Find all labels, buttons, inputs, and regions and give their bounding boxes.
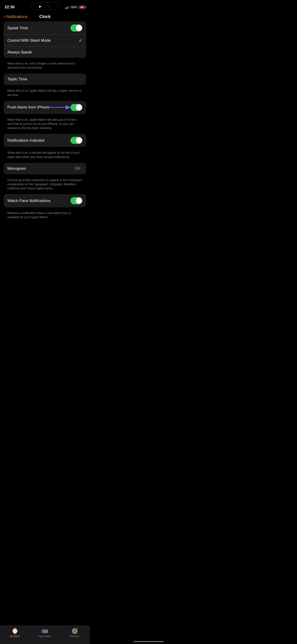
push-alerts-helper: When this is on, Apple Watch will alert … bbox=[4, 116, 86, 134]
notifications-indicator-group: Notifications Indicator bbox=[4, 134, 86, 147]
status-bar: 22:36 ▶ WiFi 18 bbox=[0, 0, 90, 12]
watch-face-notifications-row: Watch Face Notifications bbox=[4, 194, 86, 207]
notifications-indicator-row: Notifications Indicator bbox=[4, 134, 86, 147]
monogram-row[interactable]: Monogram SR › bbox=[4, 163, 86, 174]
camera-dot bbox=[48, 5, 51, 7]
watch-face-notifications-toggle[interactable] bbox=[70, 197, 82, 204]
status-icons: WiFi 18 bbox=[66, 5, 85, 9]
monogram-helper: Choose up to five characters to appear i… bbox=[4, 176, 86, 194]
status-time: 22:36 bbox=[4, 5, 14, 10]
always-speak-row[interactable]: Always Speak bbox=[4, 46, 86, 58]
speak-time-label: Speak Time bbox=[7, 26, 28, 30]
taptic-time-label: Taptic Time bbox=[7, 77, 27, 82]
monogram-label: Monogram bbox=[7, 166, 26, 171]
signal-bar-3 bbox=[68, 6, 68, 9]
signal-bar-1 bbox=[66, 8, 66, 9]
control-silent-checkmark: ✓ bbox=[78, 38, 82, 43]
signal-bars bbox=[66, 6, 70, 9]
push-alerts-row: Push Alerts from iPhone bbox=[4, 101, 86, 114]
push-alerts-group: Push Alerts from iPhone bbox=[4, 101, 86, 114]
signal-bar-4 bbox=[69, 6, 70, 9]
nav-back-button[interactable]: ‹ Notifications bbox=[4, 14, 28, 19]
speak-time-group: Speak Time Control With Silent Mode ✓ Al… bbox=[4, 22, 86, 58]
watch-face-notifications-label: Watch Face Notifications bbox=[7, 198, 50, 203]
battery-level: 18 bbox=[80, 6, 84, 8]
notifications-indicator-helper: When this is on, a red dot will appear a… bbox=[4, 149, 86, 162]
control-silent-mode-row[interactable]: Control With Silent Mode ✓ bbox=[4, 34, 86, 46]
dynamic-island: ▶ bbox=[31, 2, 59, 10]
back-chevron-icon: ‹ bbox=[4, 14, 5, 19]
monogram-value-text: SR bbox=[75, 166, 80, 171]
content: Speak Time Control With Silent Mode ✓ Al… bbox=[0, 22, 90, 246]
always-speak-helper: When this is on, hold 2 fingers on the w… bbox=[4, 60, 86, 74]
monogram-chevron: › bbox=[81, 166, 82, 171]
purple-arrow-annotation bbox=[46, 103, 73, 112]
watch-face-notifications-group: Watch Face Notifications bbox=[4, 194, 86, 207]
speak-time-toggle[interactable] bbox=[70, 24, 82, 32]
notifications-indicator-toggle[interactable] bbox=[70, 137, 82, 144]
battery: 18 bbox=[79, 6, 85, 9]
taptic-time-group: Taptic Time › bbox=[4, 74, 86, 85]
push-alerts-toggle[interactable] bbox=[70, 104, 82, 111]
notifications-indicator-label: Notifications Indicator bbox=[7, 138, 45, 143]
taptic-time-helper: When this is on, Apple Watch will tap a … bbox=[4, 87, 86, 101]
always-speak-label: Always Speak bbox=[7, 50, 32, 54]
taptic-time-chevron: › bbox=[81, 77, 82, 81]
monogram-group: Monogram SR › bbox=[4, 163, 86, 174]
signal-bar-2 bbox=[66, 7, 67, 9]
watch-face-notifications-helper: Receive a notification when a new watch … bbox=[4, 209, 86, 223]
taptic-time-row[interactable]: Taptic Time › bbox=[4, 74, 86, 85]
nav-back-label: Notifications bbox=[6, 14, 28, 19]
monogram-value-container: SR › bbox=[75, 166, 82, 171]
wifi-icon: WiFi bbox=[71, 5, 77, 9]
push-alerts-label: Push Alerts from iPhone bbox=[7, 105, 49, 110]
control-silent-mode-label: Control With Silent Mode bbox=[7, 38, 51, 43]
nav-bar: ‹ Notifications Clock bbox=[0, 12, 90, 22]
page-title: Clock bbox=[39, 14, 50, 19]
speak-time-row: Speak Time bbox=[4, 22, 86, 34]
video-icon: ▶ bbox=[39, 4, 42, 8]
